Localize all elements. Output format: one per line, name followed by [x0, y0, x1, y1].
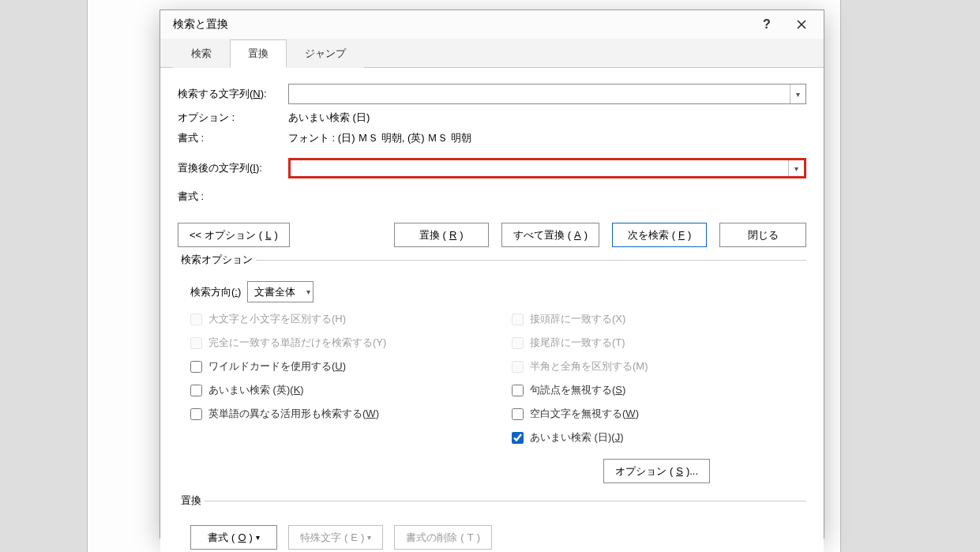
options-line: オプション : あいまい検索 (日)	[178, 109, 806, 125]
tab-find[interactable]: 検索	[173, 39, 230, 68]
help-button[interactable]: ?	[749, 10, 784, 39]
dialog-tabs: 検索 置換 ジャンプ	[160, 39, 824, 67]
close-button[interactable]	[784, 10, 819, 39]
tab-replace[interactable]: 置換	[230, 39, 287, 68]
chk-sounds-like-jp[interactable]: あいまい検索 (日)(J)	[512, 430, 802, 445]
tab-body: 検索する文字列(N): ▾ オプション : あいまい検索 (日) 書式 : フォ…	[160, 67, 824, 552]
options-label: オプション :	[178, 111, 280, 125]
format-line-replace: 書式 :	[178, 188, 806, 204]
format-line-find: 書式 : フォント : (日) ＭＳ 明朝, (英) ＭＳ 明朝	[178, 130, 806, 145]
options-toggle-button[interactable]: << オプション(L)	[178, 223, 290, 247]
no-formatting-button: 書式の削除(T)	[394, 525, 492, 550]
chk-half-full-width-box	[512, 361, 524, 373]
replace-label: 置換後の文字列(I):	[178, 161, 280, 175]
chk-sounds-like-en[interactable]: あいまい検索 (英)(K)	[190, 383, 480, 397]
chk-match-suffix: 接尾辞に一致する(T)	[512, 336, 802, 350]
tab-goto[interactable]: ジャンプ	[287, 39, 364, 68]
chk-match-case-box	[190, 314, 202, 325]
dialog-title: 検索と置換	[173, 17, 749, 32]
options-value: あいまい検索 (日)	[288, 111, 806, 125]
close-dialog-button[interactable]: 閉じる	[719, 223, 806, 247]
special-button: 特殊文字(E) ▾	[288, 525, 383, 550]
chk-match-case: 大文字と小文字を区別する(H)	[190, 312, 480, 326]
find-dropdown-icon[interactable]: ▾	[790, 84, 805, 103]
chk-match-suffix-box	[512, 337, 524, 349]
chk-ignore-punct-box[interactable]	[512, 385, 524, 396]
sounds-like-options-button[interactable]: オプション(S)...	[603, 459, 710, 483]
chk-half-full-width: 半角と全角を区別する(M)	[512, 359, 802, 374]
search-options-group: 検索オプション	[178, 260, 806, 275]
search-direction-label: 検索方向(:)	[190, 285, 241, 299]
chk-word-forms-en-box[interactable]	[190, 408, 202, 420]
chk-ignore-punct[interactable]: 句読点を無視する(S)	[512, 383, 802, 397]
chk-wildcards[interactable]: ワイルドカードを使用する(U)	[190, 359, 480, 374]
chevron-down-icon: ▾	[256, 533, 260, 542]
chk-wildcards-box[interactable]	[190, 361, 202, 373]
help-icon: ?	[763, 17, 771, 32]
format-buttons-row: 書式(O) ▾ 特殊文字(E) ▾ 書式の削除(T)	[190, 525, 806, 550]
action-button-row: << オプション(L) 置換(R) すべて置換(A) 次を検索(F) 閉じる	[178, 223, 806, 247]
chk-whole-word-box	[190, 337, 202, 349]
format-button[interactable]: 書式(O) ▾	[190, 525, 277, 550]
search-options-legend: 検索オプション	[178, 253, 256, 267]
chk-match-prefix-box	[512, 314, 524, 325]
format-label-find: 書式 :	[178, 131, 280, 145]
dialog-titlebar: 検索と置換 ?	[160, 10, 824, 39]
find-replace-dialog: 検索と置換 ? 検索 置換 ジャンプ 検索する文字列(N): ▾ オプション :…	[160, 9, 824, 539]
chk-whole-word: 完全に一致する単語だけを検索する(Y)	[190, 336, 480, 350]
chevron-down-icon: ▾	[796, 90, 800, 99]
replace-button[interactable]: 置換(R)	[394, 223, 489, 247]
format-value-find: フォント : (日) ＭＳ 明朝, (英) ＭＳ 明朝	[288, 131, 806, 145]
close-icon	[796, 19, 807, 30]
find-next-button[interactable]: 次を検索(F)	[612, 223, 707, 247]
replace-legend-label: 置換	[178, 494, 205, 508]
find-input[interactable]	[289, 84, 788, 103]
chk-match-prefix: 接頭辞に一致する(X)	[512, 312, 802, 326]
chk-ignore-whitespace-box[interactable]	[512, 408, 524, 420]
search-direction-select[interactable]: 文書全体 ▾	[247, 281, 314, 302]
search-options-grid: 検索方向(:) 文書全体 ▾ 大文字と小文字を区別する(H) 接頭辞に一致する(…	[190, 281, 802, 483]
chevron-down-icon: ▾	[306, 282, 310, 302]
format-label-replace: 書式 :	[178, 190, 280, 204]
find-row: 検索する文字列(N): ▾	[178, 84, 806, 104]
chk-sounds-like-en-box[interactable]	[190, 385, 202, 396]
replace-all-button[interactable]: すべて置換(A)	[501, 223, 599, 247]
search-direction-row: 検索方向(:) 文書全体 ▾	[190, 281, 802, 302]
replace-row: 置換後の文字列(I): ▾	[178, 158, 806, 178]
chevron-down-icon: ▾	[794, 164, 798, 173]
chk-sounds-like-jp-box[interactable]	[512, 432, 524, 444]
chk-ignore-whitespace[interactable]: 空白文字を無視する(W)	[512, 407, 802, 421]
chk-word-forms-en[interactable]: 英単語の異なる活用形も検索する(W)	[190, 407, 480, 421]
search-direction-value: 文書全体	[254, 285, 295, 299]
replace-group: 置換	[178, 501, 806, 516]
replace-dropdown-icon[interactable]: ▾	[788, 160, 804, 176]
replace-input-combo[interactable]: ▾	[288, 158, 806, 178]
chevron-down-icon: ▾	[367, 533, 371, 542]
replace-input[interactable]	[291, 160, 787, 176]
find-label: 検索する文字列(N):	[178, 87, 280, 101]
find-input-combo[interactable]: ▾	[288, 84, 806, 104]
